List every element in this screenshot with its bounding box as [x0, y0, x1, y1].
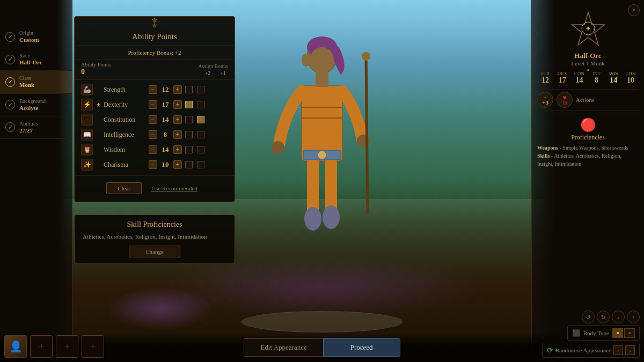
proficiency-value: +2: [175, 49, 181, 56]
action-num: +3: [542, 100, 548, 106]
skill-list: Athletics, Acrobatics, Religion, Insight…: [83, 232, 226, 241]
wisdom-control: − 14 +: [149, 145, 182, 154]
svg-point-17: [302, 54, 310, 67]
sidebar-item-class[interactable]: ✓ Class Monk: [0, 71, 72, 93]
intelligence-name: Intelligence: [104, 131, 147, 139]
change-skills-button[interactable]: Change: [129, 246, 180, 257]
con-val: 14: [572, 76, 588, 85]
add-thumb-2[interactable]: +: [56, 335, 78, 358]
svg-point-6: [318, 151, 326, 159]
camera-btn-1[interactable]: ↺: [582, 311, 595, 323]
svg-point-7: [272, 141, 284, 154]
charisma-bonus-2[interactable]: [185, 161, 193, 168]
ability-points-header-label: Ability Points: [81, 62, 196, 68]
svg-point-10: [362, 52, 370, 61]
wisdom-bonus-2[interactable]: [185, 146, 193, 153]
constitution-bonus-1[interactable]: [197, 116, 204, 123]
strength-increase[interactable]: +: [173, 85, 182, 94]
constitution-control: − 14 +: [149, 115, 182, 124]
abilities-value: 27/27: [19, 127, 38, 134]
assign-bonus-label: Assign Bonus: [198, 63, 228, 69]
svg-rect-2: [302, 86, 342, 161]
con-abbr: CON: [572, 71, 588, 76]
charisma-name: Charisma: [104, 161, 147, 169]
actions-row: + +3 ♥ 10 Actions: [537, 89, 639, 110]
svg-rect-15: [316, 71, 328, 87]
randomise-next[interactable]: ›: [625, 345, 635, 355]
sidebar-item-race[interactable]: ✓ Race Half-Orc: [0, 48, 72, 71]
add-thumb-1[interactable]: +: [30, 335, 53, 358]
str-val: 12: [537, 76, 553, 85]
body-type-label: Body Type: [583, 330, 609, 336]
bonus-col-1: +2: [205, 70, 211, 76]
charisma-increase[interactable]: +: [173, 160, 182, 169]
constitution-increase[interactable]: +: [173, 115, 182, 124]
stat-wis: WIS 14: [605, 71, 621, 85]
ability-points-value: 0: [81, 68, 196, 76]
strength-bonus-1[interactable]: [197, 86, 204, 93]
wisdom-decrease[interactable]: −: [149, 145, 157, 154]
camera-btn-3[interactable]: ↓: [612, 311, 625, 323]
randomise-icon: ⟳: [547, 346, 553, 355]
character-thumb: 👤: [4, 335, 27, 358]
sidebar-item-abilities[interactable]: ✓ Abilities 27/27: [0, 116, 72, 139]
dexterity-decrease[interactable]: −: [149, 100, 157, 109]
body-type-btn-2[interactable]: ▪: [624, 328, 635, 338]
dexterity-bonus-1[interactable]: [197, 101, 204, 108]
int-val: 8: [589, 76, 605, 85]
race-value: Half-Orc: [19, 59, 42, 66]
cha-abbr: CHA: [623, 71, 639, 76]
intelligence-decrease[interactable]: −: [149, 130, 157, 139]
constitution-bonus-2[interactable]: [185, 116, 193, 123]
right-panel: ✦ Half-Orc Level 1 Monk ✦ STR 12 DEX 17 …: [531, 0, 644, 362]
class-label: Class: [19, 75, 34, 82]
constitution-decrease[interactable]: −: [149, 115, 157, 124]
int-abbr: INT: [589, 71, 605, 76]
stat-int: INT 8: [589, 71, 605, 85]
intelligence-bonus-2[interactable]: [185, 131, 193, 138]
add-thumb-3[interactable]: +: [82, 335, 104, 358]
svg-text:✦: ✦: [585, 25, 591, 33]
dexterity-increase[interactable]: +: [173, 100, 182, 109]
charisma-decrease[interactable]: −: [149, 160, 157, 169]
char-emblem: ✦: [537, 5, 639, 51]
stat-dex: DEX 17: [554, 71, 570, 85]
ability-row-strength: 🦾 Strength − 12 +: [75, 82, 235, 97]
close-button[interactable]: ×: [628, 4, 640, 16]
camera-btn-4[interactable]: ↑: [627, 311, 640, 323]
origin-label: Origin: [19, 30, 39, 36]
wisdom-value: 14: [159, 145, 172, 154]
body-type-bar: ⬛ Body Type ▪ ▪: [567, 326, 640, 341]
clear-button[interactable]: Clear: [106, 182, 142, 194]
ability-panel: ⚜ Ability Points Proficiency Bonus: +2 A…: [74, 16, 235, 202]
strength-decrease[interactable]: −: [149, 85, 157, 94]
intelligence-increase[interactable]: +: [173, 130, 182, 139]
charisma-bonus-1[interactable]: [197, 161, 204, 168]
wisdom-bonus-1[interactable]: [197, 146, 204, 153]
char-name: Half-Orc: [537, 51, 639, 60]
sidebar-item-background[interactable]: ✓ Background Acolyte: [0, 94, 72, 116]
dexterity-bonus-2[interactable]: [185, 101, 193, 108]
strength-value: 12: [159, 85, 172, 94]
body-type-btn-1[interactable]: ▪: [612, 328, 623, 338]
wisdom-icon: 🦉: [81, 144, 93, 156]
background-check: ✓: [5, 100, 15, 109]
origin-check: ✓: [5, 32, 15, 42]
sidebar-item-origin[interactable]: ✓ Origin Custom: [0, 26, 72, 48]
dexterity-value: 17: [159, 100, 172, 109]
body-type-buttons: ▪ ▪: [612, 328, 635, 338]
wisdom-increase[interactable]: +: [173, 145, 182, 154]
thumb-figure: 👤: [9, 340, 23, 353]
panel-title: Ability Points: [75, 26, 235, 46]
action-badge: + +3: [537, 92, 553, 108]
race-check: ✓: [5, 55, 15, 64]
svg-point-16: [310, 47, 334, 73]
intelligence-bonus-1[interactable]: [197, 131, 204, 138]
use-recommended-button[interactable]: Use Recommended: [146, 182, 203, 194]
randomise-prev[interactable]: ‹: [613, 345, 623, 355]
camera-btn-2[interactable]: ↻: [597, 311, 610, 323]
strength-bonus-2[interactable]: [185, 86, 193, 93]
edit-appearance-button[interactable]: Edit Appearance: [244, 338, 323, 357]
action-plus: +: [544, 94, 546, 100]
proceed-button[interactable]: Proceed: [323, 338, 400, 357]
